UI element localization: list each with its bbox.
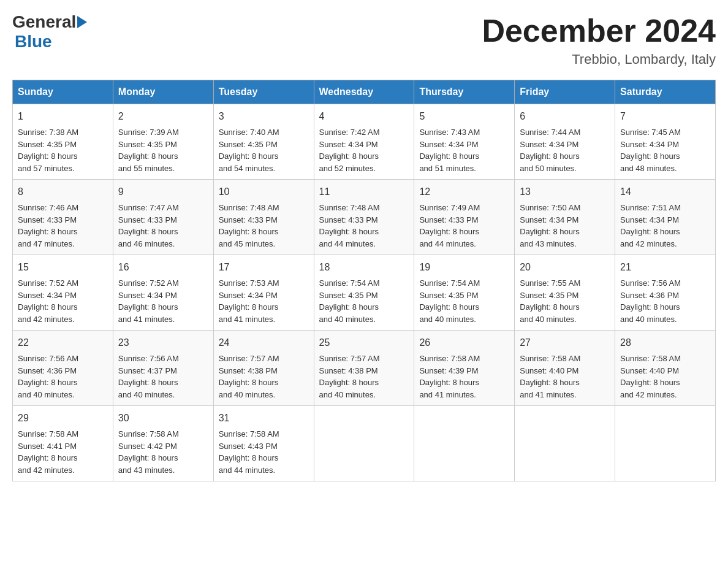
day-number: 13 [520, 185, 610, 199]
day-number: 16 [118, 260, 208, 275]
table-row: 20 Sunrise: 7:55 AM Sunset: 4:35 PM Dayl… [515, 255, 615, 331]
table-row: 3 Sunrise: 7:40 AM Sunset: 4:35 PM Dayli… [213, 104, 314, 180]
table-row: 7 Sunrise: 7:45 AM Sunset: 4:34 PM Dayli… [615, 104, 716, 180]
logo-triangle-icon [77, 16, 87, 28]
day-number: 14 [620, 185, 710, 199]
day-number: 2 [118, 109, 208, 124]
col-friday: Friday [515, 80, 615, 104]
day-number: 5 [419, 109, 509, 124]
calendar-table: Sunday Monday Tuesday Wednesday Thursday… [12, 80, 716, 481]
col-tuesday: Tuesday [213, 80, 314, 104]
day-number: 12 [419, 185, 509, 199]
table-row [615, 406, 716, 481]
table-row: 13 Sunrise: 7:50 AM Sunset: 4:34 PM Dayl… [515, 180, 615, 255]
week-row-1: 1 Sunrise: 7:38 AM Sunset: 4:35 PM Dayli… [13, 104, 716, 180]
table-row: 2 Sunrise: 7:39 AM Sunset: 4:35 PM Dayli… [113, 104, 213, 180]
day-number: 30 [118, 411, 208, 426]
table-row [515, 406, 615, 481]
week-row-5: 29 Sunrise: 7:58 AM Sunset: 4:41 PM Dayl… [13, 406, 716, 481]
day-number: 27 [520, 335, 610, 350]
logo-area: General Blue [12, 12, 88, 52]
table-row: 5 Sunrise: 7:43 AM Sunset: 4:34 PM Dayli… [414, 104, 515, 180]
table-row: 30 Sunrise: 7:58 AM Sunset: 4:42 PM Dayl… [113, 406, 213, 481]
day-number: 22 [18, 335, 108, 350]
table-row: 22 Sunrise: 7:56 AM Sunset: 4:36 PM Dayl… [13, 331, 113, 406]
table-row [314, 406, 414, 481]
week-row-4: 22 Sunrise: 7:56 AM Sunset: 4:36 PM Dayl… [13, 331, 716, 406]
calendar-header-row: Sunday Monday Tuesday Wednesday Thursday… [13, 80, 716, 104]
table-row: 23 Sunrise: 7:56 AM Sunset: 4:37 PM Dayl… [113, 331, 213, 406]
table-row: 17 Sunrise: 7:53 AM Sunset: 4:34 PM Dayl… [213, 255, 314, 331]
day-number: 10 [219, 185, 309, 199]
logo-blue-text: Blue [15, 32, 52, 51]
table-row: 16 Sunrise: 7:52 AM Sunset: 4:34 PM Dayl… [113, 255, 213, 331]
col-wednesday: Wednesday [314, 80, 414, 104]
table-row: 4 Sunrise: 7:42 AM Sunset: 4:34 PM Dayli… [314, 104, 414, 180]
day-number: 31 [219, 411, 309, 426]
table-row: 26 Sunrise: 7:58 AM Sunset: 4:39 PM Dayl… [414, 331, 515, 406]
day-number: 6 [520, 109, 610, 124]
table-row: 1 Sunrise: 7:38 AM Sunset: 4:35 PM Dayli… [13, 104, 113, 180]
day-number: 24 [219, 335, 309, 350]
day-number: 3 [219, 109, 309, 124]
table-row: 24 Sunrise: 7:57 AM Sunset: 4:38 PM Dayl… [213, 331, 314, 406]
week-row-2: 8 Sunrise: 7:46 AM Sunset: 4:33 PM Dayli… [13, 180, 716, 255]
month-year-title: December 2024 [482, 12, 716, 49]
day-number: 1 [18, 109, 108, 124]
day-number: 15 [18, 260, 108, 275]
col-sunday: Sunday [13, 80, 113, 104]
col-monday: Monday [113, 80, 213, 104]
day-number: 7 [620, 109, 710, 124]
table-row: 28 Sunrise: 7:58 AM Sunset: 4:40 PM Dayl… [615, 331, 716, 406]
day-number: 28 [620, 335, 710, 350]
day-number: 20 [520, 260, 610, 275]
title-area: December 2024 Trebbio, Lombardy, Italy [482, 12, 716, 67]
day-number: 29 [18, 411, 108, 426]
week-row-3: 15 Sunrise: 7:52 AM Sunset: 4:34 PM Dayl… [13, 255, 716, 331]
day-number: 9 [118, 185, 208, 199]
day-number: 8 [18, 185, 108, 199]
day-number: 21 [620, 260, 710, 275]
table-row: 12 Sunrise: 7:49 AM Sunset: 4:33 PM Dayl… [414, 180, 515, 255]
logo: General [12, 12, 88, 32]
day-number: 26 [419, 335, 509, 350]
day-number: 23 [118, 335, 208, 350]
table-row: 10 Sunrise: 7:48 AM Sunset: 4:33 PM Dayl… [213, 180, 314, 255]
table-row: 11 Sunrise: 7:48 AM Sunset: 4:33 PM Dayl… [314, 180, 414, 255]
table-row: 29 Sunrise: 7:58 AM Sunset: 4:41 PM Dayl… [13, 406, 113, 481]
day-number: 25 [319, 335, 409, 350]
table-row: 19 Sunrise: 7:54 AM Sunset: 4:35 PM Dayl… [414, 255, 515, 331]
page-header: General Blue December 2024 Trebbio, Lomb… [12, 12, 716, 67]
day-number: 4 [319, 109, 409, 124]
col-saturday: Saturday [615, 80, 716, 104]
day-number: 11 [319, 185, 409, 199]
table-row: 21 Sunrise: 7:56 AM Sunset: 4:36 PM Dayl… [615, 255, 716, 331]
table-row: 14 Sunrise: 7:51 AM Sunset: 4:34 PM Dayl… [615, 180, 716, 255]
table-row: 18 Sunrise: 7:54 AM Sunset: 4:35 PM Dayl… [314, 255, 414, 331]
table-row: 25 Sunrise: 7:57 AM Sunset: 4:38 PM Dayl… [314, 331, 414, 406]
logo-general-text: General [12, 12, 76, 32]
location-subtitle: Trebbio, Lombardy, Italy [482, 52, 716, 67]
day-number: 17 [219, 260, 309, 275]
table-row: 9 Sunrise: 7:47 AM Sunset: 4:33 PM Dayli… [113, 180, 213, 255]
table-row: 15 Sunrise: 7:52 AM Sunset: 4:34 PM Dayl… [13, 255, 113, 331]
day-number: 19 [419, 260, 509, 275]
day-number: 18 [319, 260, 409, 275]
col-thursday: Thursday [414, 80, 515, 104]
table-row: 31 Sunrise: 7:58 AM Sunset: 4:43 PM Dayl… [213, 406, 314, 481]
table-row: 27 Sunrise: 7:58 AM Sunset: 4:40 PM Dayl… [515, 331, 615, 406]
table-row: 8 Sunrise: 7:46 AM Sunset: 4:33 PM Dayli… [13, 180, 113, 255]
table-row [414, 406, 515, 481]
table-row: 6 Sunrise: 7:44 AM Sunset: 4:34 PM Dayli… [515, 104, 615, 180]
